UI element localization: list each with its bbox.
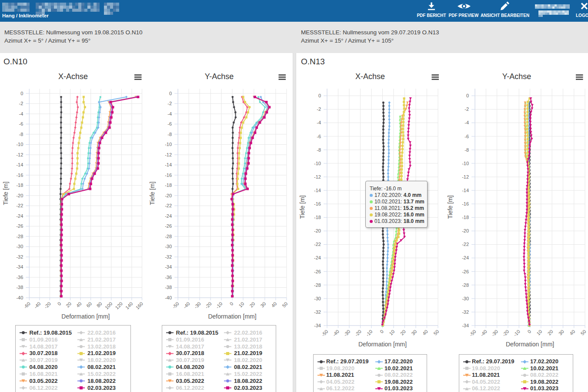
svg-text:-28: -28 bbox=[16, 234, 23, 239]
svg-text:-22: -22 bbox=[165, 203, 172, 208]
svg-text:-30: -30 bbox=[314, 296, 321, 301]
svg-text:-50: -50 bbox=[171, 301, 180, 309]
svg-text:-24: -24 bbox=[16, 213, 23, 219]
svg-text:-8: -8 bbox=[464, 147, 469, 153]
svg-text:-28: -28 bbox=[462, 282, 469, 288]
svg-text:Tiefe [m]: Tiefe [m] bbox=[149, 182, 156, 205]
svg-text:160: 160 bbox=[135, 301, 144, 310]
svg-text:-34: -34 bbox=[165, 264, 172, 269]
svg-text:-20: -20 bbox=[16, 193, 23, 198]
svg-text:-20: -20 bbox=[462, 228, 469, 233]
svg-text:-8: -8 bbox=[317, 147, 321, 153]
svg-text:-12: -12 bbox=[314, 174, 321, 179]
svg-text:40: 40 bbox=[75, 301, 83, 308]
svg-text:-16: -16 bbox=[462, 201, 469, 206]
svg-text:Y-Achse: Y-Achse bbox=[205, 72, 234, 81]
svg-text:-18: -18 bbox=[462, 215, 469, 220]
svg-text:-50: -50 bbox=[321, 329, 329, 337]
svg-text:-8: -8 bbox=[167, 132, 172, 137]
svg-text:Deformation [mm]: Deformation [mm] bbox=[506, 341, 554, 348]
svg-text:-2: -2 bbox=[167, 101, 172, 106]
svg-text:-14: -14 bbox=[462, 188, 469, 193]
svg-text:-10: -10 bbox=[215, 301, 224, 309]
svg-text:Y-Achse: Y-Achse bbox=[502, 72, 531, 81]
svg-text:-10: -10 bbox=[365, 329, 374, 337]
svg-text:-20: -20 bbox=[204, 301, 213, 309]
svg-text:80: 80 bbox=[96, 301, 103, 308]
svg-text:-36: -36 bbox=[16, 275, 23, 280]
svg-text:-16: -16 bbox=[165, 173, 172, 178]
svg-text:-60: -60 bbox=[23, 301, 31, 309]
svg-text:10: 10 bbox=[535, 329, 543, 336]
svg-text:-24: -24 bbox=[314, 255, 321, 260]
svg-text:-4: -4 bbox=[317, 120, 321, 125]
svg-text:0: 0 bbox=[379, 329, 384, 334]
svg-text:Deformation [mm]: Deformation [mm] bbox=[61, 313, 110, 320]
svg-text:Deformation [mm]: Deformation [mm] bbox=[358, 341, 407, 348]
svg-text:-4: -4 bbox=[464, 120, 469, 125]
svg-text:-38: -38 bbox=[16, 285, 23, 290]
svg-text:-8: -8 bbox=[19, 132, 23, 137]
svg-text:-2: -2 bbox=[19, 101, 23, 106]
svg-text:0: 0 bbox=[526, 329, 532, 334]
svg-text:-32: -32 bbox=[16, 254, 23, 259]
svg-text:-2: -2 bbox=[317, 106, 321, 112]
svg-text:-20: -20 bbox=[43, 301, 52, 309]
svg-text:-40: -40 bbox=[182, 301, 191, 309]
svg-text:-38: -38 bbox=[165, 285, 172, 290]
svg-text:20: 20 bbox=[547, 329, 554, 336]
svg-text:-32: -32 bbox=[462, 309, 469, 315]
svg-text:-26: -26 bbox=[462, 269, 469, 274]
svg-text:-10: -10 bbox=[165, 142, 172, 147]
svg-text:-34: -34 bbox=[314, 323, 321, 328]
svg-text:-30: -30 bbox=[462, 296, 469, 301]
svg-text:-20: -20 bbox=[314, 228, 321, 233]
svg-text:-4: -4 bbox=[19, 111, 23, 116]
svg-text:120: 120 bbox=[114, 301, 124, 310]
svg-text:-20: -20 bbox=[354, 329, 362, 337]
svg-text:-32: -32 bbox=[314, 309, 321, 315]
svg-text:40: 40 bbox=[568, 329, 576, 336]
svg-text:-10: -10 bbox=[314, 161, 321, 166]
svg-text:0: 0 bbox=[466, 93, 469, 98]
svg-text:30: 30 bbox=[410, 329, 418, 336]
svg-text:40: 40 bbox=[270, 301, 277, 308]
svg-text:-34: -34 bbox=[16, 264, 23, 269]
svg-text:-22: -22 bbox=[16, 203, 23, 208]
svg-text:50: 50 bbox=[432, 329, 440, 336]
svg-text:-18: -18 bbox=[165, 183, 172, 188]
svg-text:20: 20 bbox=[248, 301, 256, 308]
svg-text:0: 0 bbox=[229, 301, 234, 306]
svg-text:60: 60 bbox=[85, 301, 93, 308]
svg-text:-18: -18 bbox=[16, 183, 23, 188]
svg-text:-30: -30 bbox=[491, 329, 499, 337]
svg-text:-26: -26 bbox=[314, 269, 321, 274]
svg-text:-22: -22 bbox=[314, 242, 321, 247]
svg-text:140: 140 bbox=[124, 301, 134, 310]
svg-text:-6: -6 bbox=[464, 134, 469, 139]
svg-text:-40: -40 bbox=[33, 301, 42, 309]
svg-text:-6: -6 bbox=[317, 134, 321, 139]
svg-text:-28: -28 bbox=[314, 282, 321, 288]
svg-text:-34: -34 bbox=[462, 323, 469, 328]
svg-text:-30: -30 bbox=[343, 329, 351, 337]
svg-text:-40: -40 bbox=[479, 329, 488, 337]
svg-text:-6: -6 bbox=[19, 121, 23, 126]
svg-text:40: 40 bbox=[421, 329, 429, 336]
svg-text:-14: -14 bbox=[314, 188, 321, 193]
svg-text:-30: -30 bbox=[193, 301, 202, 309]
svg-text:0: 0 bbox=[20, 91, 23, 96]
svg-text:0: 0 bbox=[57, 301, 62, 306]
svg-text:0: 0 bbox=[169, 91, 172, 96]
svg-text:-32: -32 bbox=[165, 254, 172, 259]
svg-text:-14: -14 bbox=[165, 162, 172, 167]
svg-text:50: 50 bbox=[281, 301, 288, 308]
svg-text:-10: -10 bbox=[512, 329, 521, 337]
svg-text:20: 20 bbox=[65, 301, 72, 308]
svg-text:-18: -18 bbox=[314, 215, 321, 220]
svg-text:Deformation [mm]: Deformation [mm] bbox=[208, 313, 256, 320]
svg-text:10: 10 bbox=[388, 329, 395, 336]
svg-text:-20: -20 bbox=[501, 329, 510, 337]
svg-text:-40: -40 bbox=[165, 295, 172, 300]
svg-text:10: 10 bbox=[237, 301, 245, 308]
